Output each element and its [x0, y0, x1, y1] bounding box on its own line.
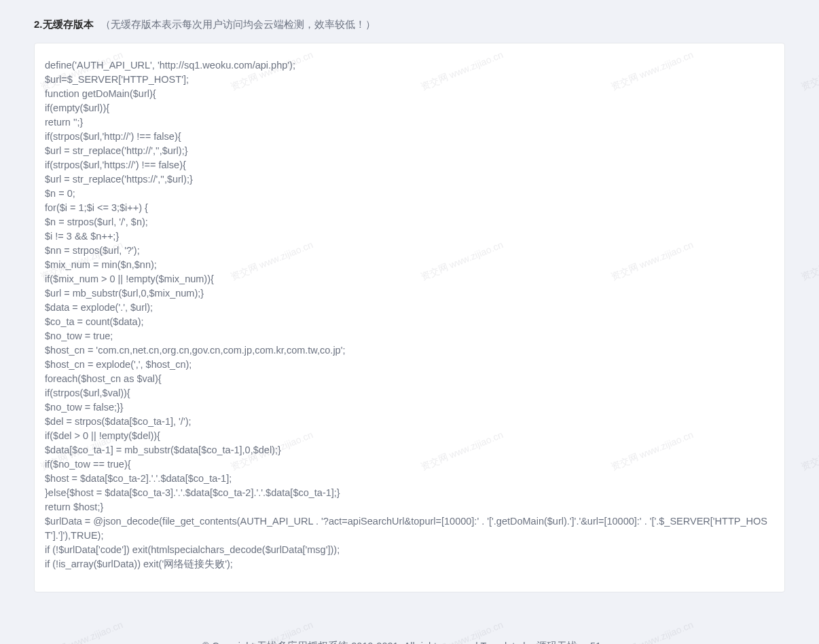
section-description: （无缓存版本表示每次用户访问均会云端检测，效率较低！）: [101, 18, 376, 30]
section-header: 2.无缓存版本 （无缓存版本表示每次用户访问均会云端检测，效率较低！）: [34, 17, 785, 33]
footer-copyright: © Copyright 无忧多应用授权系统 2019-2021. All rig…: [0, 620, 819, 645]
section-title: 2.无缓存版本: [34, 18, 94, 30]
code-content: define('AUTH_API_URL', 'http://sq1.weoku…: [45, 58, 774, 571]
code-display-box: define('AUTH_API_URL', 'http://sq1.weoku…: [34, 43, 785, 592]
